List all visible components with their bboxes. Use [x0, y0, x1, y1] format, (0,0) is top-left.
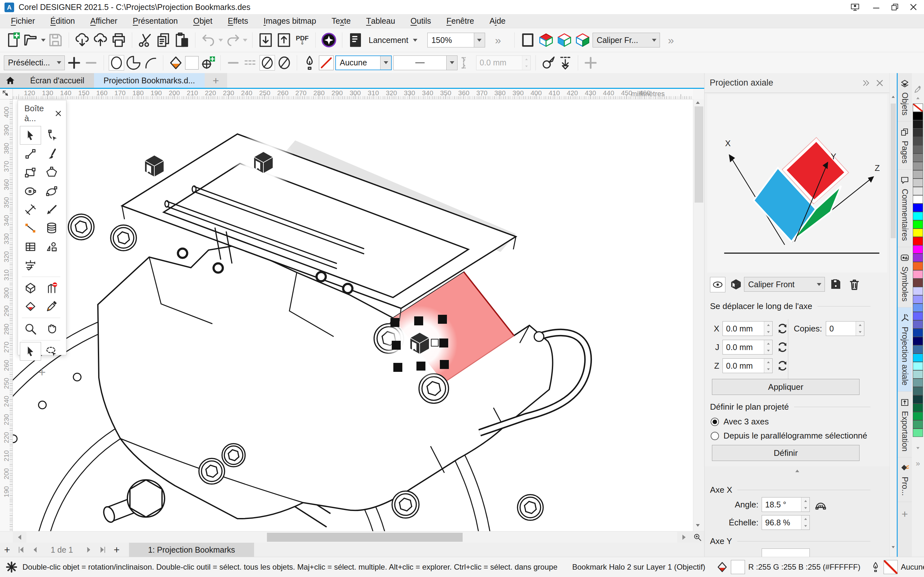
palette-expand-icon[interactable]: » [912, 459, 924, 468]
palette-color-0aa148[interactable] [913, 412, 923, 420]
next-page-button[interactable] [81, 543, 95, 557]
delete-bookmark-icon[interactable] [848, 277, 861, 291]
tool-3-point-ellipse[interactable] [41, 182, 62, 200]
fill-color-swatch[interactable] [185, 56, 199, 69]
tool-cylinder[interactable] [41, 219, 62, 237]
axis-X-field[interactable]: 0.0 mm [722, 321, 772, 336]
tool-basic-shapes[interactable] [41, 237, 62, 256]
flow-direction-button[interactable] [557, 55, 573, 71]
palette-color-ccccff[interactable] [913, 287, 923, 295]
vertical-scrollbar[interactable] [693, 99, 704, 531]
palette-scroll-down-icon[interactable] [916, 447, 919, 449]
tool-pick-alt[interactable] [20, 342, 41, 361]
docker-scrollbar[interactable] [889, 73, 897, 557]
axis-X-reset-icon[interactable] [776, 322, 788, 335]
menu-présentation[interactable]: Présentation [125, 14, 186, 28]
axis-J-reset-icon[interactable] [776, 341, 788, 353]
horizontal-scrollbar[interactable] [0, 531, 704, 543]
bookmark-visibility-button[interactable] [710, 277, 725, 292]
cut-button[interactable] [137, 32, 153, 48]
page-tab[interactable]: 1: Projection Bookmarks [129, 543, 254, 557]
axis-J-field[interactable]: 0.0 mm [722, 340, 772, 355]
line-dash-button[interactable] [242, 55, 258, 71]
protractor-icon[interactable] [814, 498, 827, 511]
rotation-center-handle[interactable] [431, 339, 438, 346]
scroll-right-button[interactable] [677, 532, 691, 543]
screen-share-icon[interactable] [850, 3, 861, 11]
docker-tab-commentaires[interactable]: Commentaires [898, 169, 912, 247]
palette-color-000066[interactable] [913, 337, 923, 345]
palette-color-ff9ecb[interactable] [913, 270, 923, 279]
docker-tab-objets[interactable]: Objets [898, 73, 912, 121]
tool-3d-projection[interactable] [20, 279, 41, 297]
tool-zoom[interactable] [20, 319, 41, 338]
palette-color-808080[interactable] [913, 153, 923, 162]
docker-scroll-thumb[interactable] [891, 103, 896, 238]
palette-color-6666ff[interactable] [913, 312, 923, 320]
docker-collapse-icon[interactable] [861, 78, 871, 88]
docker-tab-projection-axiale[interactable]: Projection axiale [898, 308, 912, 392]
tool-shape-edit[interactable] [41, 126, 62, 145]
save-to-cloud-button[interactable] [92, 32, 109, 48]
palette-color-1a1a1a[interactable] [913, 120, 923, 129]
tool-eyedropper[interactable] [41, 297, 62, 316]
ellipse-mode-button[interactable] [109, 55, 124, 71]
toolbox-add-button[interactable]: + [18, 363, 66, 380]
palette-scroll-up-icon[interactable] [916, 97, 919, 99]
add-preset-button[interactable] [66, 55, 82, 71]
docker-tab-pages[interactable]: Pages [898, 121, 912, 169]
outline-color-swatch[interactable] [319, 55, 334, 70]
previous-page-button[interactable] [28, 543, 42, 557]
palette-color-ffff00[interactable] [913, 229, 923, 237]
save-bookmark-icon[interactable] [829, 277, 843, 291]
tool-dimension[interactable] [20, 200, 41, 219]
palette-color-e6e6e6[interactable] [913, 187, 923, 195]
print-button[interactable] [110, 32, 127, 48]
palette-color-123d3d[interactable] [913, 395, 923, 404]
palette-color-3a6ea5[interactable] [913, 345, 923, 354]
palette-color-0b3ea8[interactable] [913, 329, 923, 337]
caliper-body-drawing[interactable] [98, 245, 553, 519]
open-from-cloud-button[interactable] [74, 32, 90, 48]
menu-images-bitmap[interactable]: Images bitmap [256, 14, 324, 28]
restore-button[interactable] [890, 3, 900, 11]
menu-effets[interactable]: Effets [220, 14, 256, 28]
projection-bookmark-outline-button[interactable] [556, 32, 573, 48]
scroll-up-icon[interactable] [696, 101, 700, 104]
tool-2-point-line[interactable] [20, 145, 41, 163]
docker-tab-symboles[interactable]: Symboles [898, 247, 912, 308]
palette-eyedropper-icon[interactable] [913, 84, 922, 95]
scale-field[interactable]: 96.8 % [762, 515, 810, 530]
palette-color-cccccc[interactable] [913, 179, 923, 187]
define-button[interactable]: Définir [712, 445, 859, 461]
docker-tab-add[interactable]: + [898, 502, 912, 526]
palette-color-f26522[interactable] [913, 262, 923, 270]
palette-color-000000[interactable] [913, 112, 923, 120]
tool-arrow-line[interactable] [41, 200, 62, 219]
insert-page-button[interactable]: + [110, 543, 124, 557]
palette-color-ff00ff[interactable] [913, 245, 923, 253]
angle-field[interactable]: 18.5 ° [762, 497, 810, 512]
bookmark-select[interactable]: Caliper Front [744, 277, 825, 292]
tool-smart-fill[interactable] [20, 297, 41, 316]
palette-color-ff0000[interactable] [913, 237, 923, 245]
palette-color-999999[interactable] [913, 162, 923, 170]
scroll-left-button[interactable] [13, 532, 26, 543]
axis-Z-reset-icon[interactable] [776, 359, 788, 372]
outline-width-field[interactable]: 0.0 mm [476, 55, 531, 70]
menu-fichier[interactable]: Fichier [3, 14, 43, 28]
arc-mode-button[interactable] [143, 55, 158, 71]
fill-type-button[interactable] [168, 55, 184, 71]
launch-icon[interactable] [347, 32, 364, 48]
menu-objet[interactable]: Objet [186, 14, 220, 28]
docker-close-icon[interactable] [875, 79, 884, 87]
palette-color-9999ff[interactable] [913, 295, 923, 303]
tool-ellipse-center[interactable] [20, 182, 41, 200]
minimize-button[interactable] [871, 3, 881, 11]
tool-table[interactable] [20, 237, 41, 256]
ruler-origin[interactable] [0, 89, 13, 99]
vertical-ruler[interactable]: 4003903803703603503403303203103002902802… [0, 99, 13, 531]
preset-combo[interactable]: Présélecti... [4, 55, 65, 70]
undo-button[interactable] [200, 32, 217, 48]
undo-dropdown-arrow[interactable] [218, 39, 223, 42]
